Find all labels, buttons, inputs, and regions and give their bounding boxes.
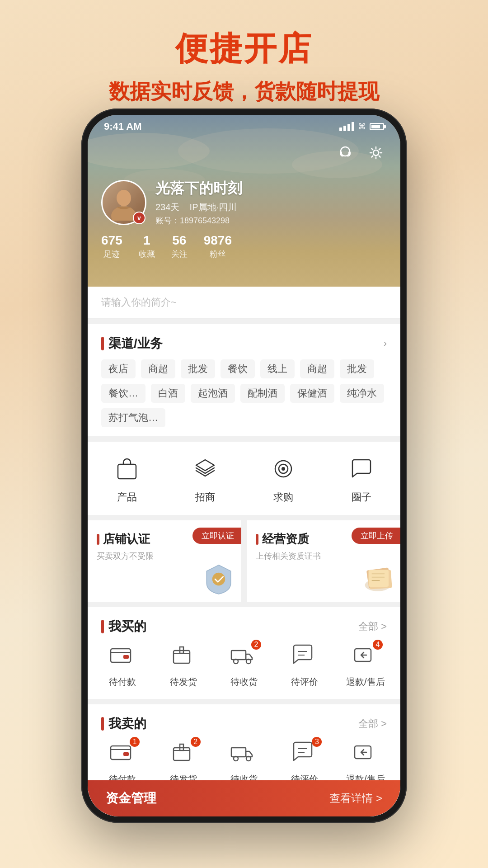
order-label: 退款/售后 (346, 676, 385, 688)
two-col-verify: 立即认证 店铺认证 买卖双方不受限 (88, 520, 400, 602)
quick-item-recruit[interactable]: 招商 (166, 453, 244, 504)
return-icon: 4 (351, 642, 380, 671)
profile-header: 9:41 AM ⌘ (88, 115, 400, 287)
profile-top: v 光落下的时刻 234天 IP属地·四川 账号：18976543298 (101, 179, 387, 226)
tag-6: 批发 (340, 359, 374, 378)
shop-verify-badge[interactable]: 立即认证 (192, 528, 241, 544)
wallet-icon (108, 642, 137, 671)
phone-mockup: 9:41 AM ⌘ (81, 108, 407, 823)
order-label: 待收货 (230, 676, 258, 688)
svg-rect-31 (231, 748, 246, 757)
my-buy-see-all[interactable]: 全部 > (358, 620, 387, 633)
svg-point-9 (282, 467, 285, 471)
comment-icon: 3 (290, 740, 319, 769)
svg-rect-29 (123, 752, 129, 756)
order-item-待发货[interactable]: 2 待发货 (153, 740, 213, 785)
red-bar-sell (101, 717, 104, 731)
battery-icon (370, 123, 384, 130)
profile-name: 光落下的时刻 (155, 179, 387, 198)
tag-8: 白酒 (151, 384, 185, 403)
bio-section[interactable]: 请输入你的简介~ (88, 287, 400, 319)
order-item-待付款[interactable]: 待付款 (92, 642, 153, 688)
svg-rect-20 (123, 655, 129, 659)
business-verify-card: 立即上传 经营资质 上传相关资质证书 (247, 520, 400, 602)
quick-label-buy: 求购 (273, 491, 293, 504)
quick-label-product: 产品 (117, 491, 137, 504)
quick-label-recruit: 招商 (195, 491, 215, 504)
tag-10: 配制酒 (240, 384, 285, 403)
truck-icon: 2 (230, 642, 258, 671)
quick-item-buy[interactable]: 求购 (244, 453, 322, 504)
svg-point-11 (212, 573, 225, 585)
status-bar: 9:41 AM ⌘ (88, 115, 400, 138)
order-badge: 3 (312, 737, 322, 747)
red-bar-business (256, 534, 258, 545)
tag-3: 餐饮 (221, 359, 255, 378)
my-sell-header: 我卖的 全部 > (88, 704, 400, 740)
header-top-icons (334, 142, 387, 164)
order-badge: 1 (130, 737, 140, 747)
red-bar-channel (101, 337, 104, 350)
status-icons: ⌘ (339, 122, 384, 132)
headset-icon[interactable] (334, 142, 356, 164)
channel-title: 渠道/业务 (101, 335, 163, 352)
shop-verify-card: 立即认证 店铺认证 买卖双方不受限 (88, 520, 241, 602)
target-icon (267, 453, 300, 485)
quick-menu: 产品 招商 (88, 442, 400, 515)
my-sell-see-all[interactable]: 全部 > (358, 717, 387, 731)
profile-account: 账号：18976543298 (155, 215, 387, 226)
order-label: 待付款 (109, 676, 136, 688)
tag-5: 商超 (300, 359, 334, 378)
wallet-icon: 1 (108, 740, 137, 769)
tag-9: 起泡酒 (191, 384, 235, 403)
page-header: 便捷开店 数据实时反馈，货款随时提现 (0, 0, 488, 106)
tag-11: 保健酒 (290, 384, 334, 403)
profile-stats: 675足迹1收藏56关注9876粉丝 (101, 233, 387, 259)
profile-name-area: 光落下的时刻 234天 IP属地·四川 账号：18976543298 (155, 179, 387, 226)
bottom-bar[interactable]: 资金管理 查看详情 > (88, 780, 400, 816)
order-badge: 2 (251, 640, 261, 650)
channel-header: 渠道/业务 › (88, 324, 400, 359)
order-item-待收货[interactable]: 待收货 (214, 740, 274, 785)
order-item-待评价[interactable]: 待评价 (274, 642, 335, 688)
bottom-bar-right[interactable]: 查看详情 > (329, 791, 382, 806)
chat-icon (345, 453, 378, 485)
box-icon: 2 (169, 740, 198, 769)
channel-card: 渠道/业务 › 夜店 商超 批发 餐饮 线上 商超 批发 餐饮… (88, 324, 400, 436)
business-verify-badge[interactable]: 立即上传 (352, 528, 400, 544)
scroll-decoration (360, 561, 396, 597)
bag-icon (111, 453, 143, 485)
status-time: 9:41 AM (104, 121, 142, 132)
tag-1: 商超 (141, 359, 175, 378)
svg-point-3 (373, 150, 379, 156)
svg-point-4 (117, 190, 131, 206)
order-badge: 4 (373, 640, 383, 650)
layers-icon (189, 453, 221, 485)
red-bar-verify (97, 534, 99, 545)
phone-frame: 9:41 AM ⌘ (81, 108, 407, 823)
order-item-退款/售后[interactable]: 4 退款/售后 (335, 642, 396, 688)
main-title: 便捷开店 (0, 27, 488, 71)
svg-rect-1 (340, 151, 342, 155)
svg-rect-15 (369, 570, 389, 587)
quick-item-circle[interactable]: 圈子 (322, 453, 400, 504)
tag-4: 线上 (260, 359, 295, 378)
channel-arrow[interactable]: › (384, 338, 387, 349)
quick-item-product[interactable]: 产品 (88, 453, 166, 504)
comment-icon (290, 642, 319, 671)
order-badge: 2 (191, 737, 201, 747)
order-item-待收货[interactable]: 2 待收货 (214, 642, 274, 688)
settings-icon[interactable] (365, 142, 387, 164)
order-item-待发货[interactable]: 待发货 (153, 642, 213, 688)
stat-item: 56关注 (171, 233, 188, 259)
tag-2: 批发 (181, 359, 215, 378)
order-item-退款/售后[interactable]: 退款/售后 (335, 740, 396, 785)
order-label: 待评价 (291, 676, 318, 688)
bottom-bar-left: 资金管理 (106, 790, 156, 807)
content-area[interactable]: 请输入你的简介~ 渠道/业务 › 夜店 商超 (88, 287, 400, 816)
avatar-container: v (101, 180, 146, 225)
order-item-待评价[interactable]: 3 待评价 (274, 740, 335, 785)
quick-label-circle: 圈子 (352, 491, 371, 504)
order-item-待付款[interactable]: 1 待付款 (92, 740, 153, 785)
tag-0: 夜店 (101, 359, 136, 378)
